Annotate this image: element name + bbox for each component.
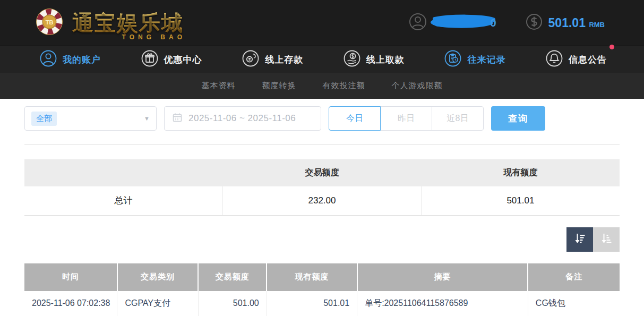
balance-amount: 501.01 bbox=[548, 16, 586, 30]
record-type: CGPAY支付 bbox=[117, 291, 198, 316]
records-header-memo: 摘要 bbox=[357, 263, 528, 291]
summary-header-current-balance: 现有额度 bbox=[421, 159, 620, 186]
brand-logo[interactable]: TB 通宝娱乐城 TONG BAO bbox=[34, 6, 187, 39]
record-current-balance: 501.01 bbox=[267, 291, 357, 316]
account-sub-navigation: 基本资料 额度转换 有效投注额 个人游戏限额 bbox=[0, 73, 644, 99]
records-table: 时间 交易类别 交易额度 现有额度 摘要 备注 2025-11-06 07:02… bbox=[24, 263, 620, 316]
nav-item-online-withdrawal[interactable]: 线上取款 bbox=[343, 49, 405, 70]
balance-display[interactable]: 501.01 RMB bbox=[525, 13, 605, 33]
username-redaction-scribble bbox=[430, 13, 497, 33]
deposit-icon bbox=[242, 49, 260, 70]
record-note: CG钱包 bbox=[528, 291, 620, 316]
records-header-note: 备注 bbox=[528, 263, 620, 291]
sort-ascending-icon bbox=[600, 232, 613, 247]
dollar-coin-icon bbox=[525, 13, 543, 33]
top-header: TB 通宝娱乐城 TONG BAO bbox=[0, 0, 644, 46]
filter-bar: 全部 ▼ 2025-11-06 ~ 2025-11-06 今日 昨日 近8日 bbox=[24, 106, 620, 131]
record-transaction-amount: 501.00 bbox=[198, 291, 267, 316]
transaction-type-select[interactable]: 全部 ▼ bbox=[24, 106, 157, 131]
withdraw-icon bbox=[343, 49, 361, 70]
summary-table: 交易额度 现有额度 总计 232.00 501.01 bbox=[24, 159, 620, 216]
bell-icon bbox=[545, 49, 563, 70]
record-time: 2025-11-06 07:02:38 bbox=[24, 291, 117, 316]
sort-descending-icon bbox=[573, 232, 586, 247]
user-account[interactable]: 0 bbox=[408, 12, 496, 33]
summary-header-transaction-amount: 交易额度 bbox=[223, 159, 422, 186]
nav-item-online-deposit[interactable]: 线上存款 bbox=[242, 49, 303, 70]
poker-chip-logo-icon: TB bbox=[34, 6, 65, 39]
last-8-days-button[interactable]: 近8日 bbox=[432, 106, 484, 131]
brand-subtitle: TONG BAO bbox=[122, 33, 186, 41]
sort-controls bbox=[24, 227, 620, 252]
sort-ascending-button[interactable] bbox=[593, 227, 620, 252]
username-visible-char: 0 bbox=[490, 16, 496, 29]
nav-item-announcements[interactable]: 信息公告 bbox=[545, 49, 607, 70]
user-avatar-icon bbox=[408, 12, 427, 33]
selected-type-chip: 全部 bbox=[31, 112, 57, 126]
subnav-item-valid-bets[interactable]: 有效投注额 bbox=[323, 81, 365, 91]
date-range-value: 2025-11-06 ~ 2025-11-06 bbox=[188, 113, 296, 124]
subnav-item-credit-transfer[interactable]: 额度转换 bbox=[262, 81, 296, 91]
nav-item-my-account[interactable]: 我的账户 bbox=[39, 49, 101, 70]
quick-date-button-group: 今日 昨日 近8日 bbox=[329, 106, 484, 131]
records-icon bbox=[444, 49, 462, 70]
records-header-time: 时间 bbox=[24, 263, 117, 291]
sort-descending-button[interactable] bbox=[566, 227, 593, 252]
summary-current-balance-value: 501.01 bbox=[421, 186, 620, 215]
summary-header-empty bbox=[24, 159, 223, 186]
balance-currency: RMB bbox=[589, 21, 605, 29]
gift-icon bbox=[141, 49, 159, 70]
yesterday-button[interactable]: 昨日 bbox=[380, 106, 432, 131]
svg-text:TB: TB bbox=[46, 19, 54, 25]
date-range-input[interactable]: 2025-11-06 ~ 2025-11-06 bbox=[164, 106, 321, 131]
nav-item-promotions[interactable]: 优惠中心 bbox=[141, 49, 202, 70]
brand-title: 通宝娱乐城 bbox=[72, 11, 184, 35]
records-header-type: 交易类别 bbox=[117, 263, 198, 291]
summary-total-label: 总计 bbox=[24, 186, 223, 215]
records-header-transaction-amount: 交易额度 bbox=[198, 263, 267, 291]
summary-total-row: 总计 232.00 501.01 bbox=[24, 186, 620, 215]
summary-transaction-amount-value: 232.00 bbox=[223, 186, 422, 215]
user-icon bbox=[39, 49, 57, 70]
section-divider bbox=[24, 144, 620, 145]
page: TB 通宝娱乐城 TONG BAO bbox=[0, 0, 644, 316]
record-memo: 单号:202511064115876589 bbox=[357, 291, 528, 316]
records-header-current-balance: 现有额度 bbox=[267, 263, 357, 291]
subnav-item-basic-info[interactable]: 基本资料 bbox=[202, 81, 236, 91]
nav-item-transaction-records[interactable]: 往来记录 bbox=[444, 49, 505, 70]
today-button[interactable]: 今日 bbox=[329, 106, 381, 131]
subnav-item-personal-game-limits[interactable]: 个人游戏限额 bbox=[392, 81, 443, 91]
notification-dot bbox=[609, 45, 614, 49]
calendar-icon bbox=[172, 112, 183, 125]
main-navigation: 我的账户 优惠中心 线上存款 bbox=[0, 46, 644, 73]
summary-header-row: 交易额度 现有额度 bbox=[24, 159, 620, 186]
chevron-down-icon: ▼ bbox=[144, 115, 150, 122]
table-row: 2025-11-06 07:02:38 CGPAY支付 501.00 501.0… bbox=[24, 291, 620, 316]
records-header-row: 时间 交易类别 交易额度 现有额度 摘要 备注 bbox=[24, 263, 620, 291]
search-button[interactable]: 查询 bbox=[491, 106, 545, 131]
